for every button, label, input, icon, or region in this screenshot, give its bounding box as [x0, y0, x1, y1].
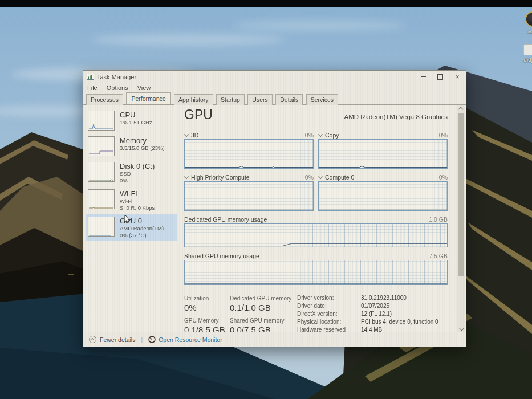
tab-processes[interactable]: Processes — [86, 94, 123, 105]
chart-compute-0: Compute 0 0% — [318, 169, 448, 211]
chart-usage-value: 0% — [439, 132, 448, 139]
performance-content: CPU 1% 1.51 GHz Memory 3.5/15.0 GB (23%) — [83, 105, 466, 332]
chart-memory-scale: 1.0 GB — [429, 216, 448, 223]
task-manager-app-icon — [87, 74, 94, 80]
menu-file[interactable]: File — [87, 84, 98, 91]
chart-plot — [184, 181, 314, 211]
maximize-button[interactable] — [432, 71, 449, 83]
chevron-down-icon[interactable] — [318, 174, 323, 178]
chart-usage-value: 0% — [305, 174, 314, 181]
fewer-details-button[interactable]: Fewer details — [100, 336, 135, 343]
minimize-icon — [421, 76, 426, 77]
stat-value: 0.1/1.0 GB — [230, 302, 297, 313]
kv-label: Driver version: — [297, 295, 361, 301]
sidebar-item-sub2: 0% (37 °C) — [120, 232, 170, 239]
chart-plot — [318, 181, 448, 211]
chevron-down-icon[interactable] — [184, 132, 189, 136]
kv-label: Driver date: — [297, 303, 361, 309]
window-title: Task Manager — [97, 74, 136, 80]
sidebar-item-sub2: 0% — [120, 177, 155, 184]
maximize-icon — [437, 74, 443, 80]
chevron-down-icon[interactable] — [184, 174, 189, 178]
stat-value: 0.0/7.5 GB — [230, 324, 297, 332]
stat-label: Shared GPU memory — [230, 317, 297, 324]
chart-engine-label[interactable]: Copy — [325, 132, 339, 139]
gpu-stats: Utilization 0% GPU Memory 0.1/8.5 GB Ded… — [184, 294, 448, 332]
tab-services[interactable]: Services — [306, 94, 338, 105]
kv-label: DirectX version: — [297, 311, 361, 317]
stat-label: Dedicated GPU memory — [230, 295, 297, 302]
sidebar-item-title: CPU — [120, 111, 152, 119]
chart-high-priority-compute: High Priority Compute 0% — [184, 169, 314, 211]
sidebar-item-sub2: S: 0 R: 0 Kbps — [120, 205, 155, 211]
cpu-sparkline — [88, 111, 115, 131]
footer-divider: | — [141, 336, 143, 343]
file-icon — [523, 44, 532, 55]
stat-kv-row: Physical location: PCI bus 4, device 0, … — [297, 319, 448, 325]
stat-value: 0% — [184, 302, 230, 313]
gpu-pane-title: GPU — [184, 107, 213, 122]
sidebar-item-title: Memory — [120, 136, 165, 145]
stat-kv-row: DirectX version: 12 (FL 12.1) — [297, 311, 448, 317]
sidebar-item-memory[interactable]: Memory 3.5/15.0 GB (23%) — [86, 133, 177, 159]
tab-app-history[interactable]: App history — [174, 94, 213, 105]
chevron-up-icon — [458, 107, 463, 111]
memory-sparkline — [88, 136, 115, 156]
scroll-up-button[interactable] — [457, 105, 465, 112]
sidebar-item-wifi[interactable]: Wi-Fi Wi-Fi S: 0 R: 0 Kbps — [86, 186, 177, 214]
resource-monitor-icon — [148, 336, 156, 343]
open-resource-monitor-link[interactable]: Open Resource Monitor — [159, 336, 222, 343]
desktop-icon-label: did_ro — [513, 57, 532, 63]
sidebar-item-sub: SSD — [120, 170, 155, 177]
close-button[interactable]: × — [449, 71, 466, 83]
tab-startup[interactable]: Startup — [216, 94, 245, 105]
kv-value: PCI bus 4, device 0, function 0 — [361, 319, 438, 325]
stat-value: 0.1/8.5 GB — [184, 324, 230, 332]
close-icon: × — [455, 74, 459, 80]
app-circle-icon — [525, 11, 532, 27]
tab-performance[interactable]: Performance — [126, 92, 170, 104]
sidebar-item-sub: 1% 1.51 GHz — [120, 119, 152, 126]
wifi-sparkline — [88, 189, 115, 209]
kv-value: 12 (FL 12.1) — [361, 311, 392, 317]
desktop-icon-label: AIM — [514, 28, 532, 34]
desktop-icon-file[interactable]: did_ro — [513, 44, 532, 63]
chart-dedicated-memory: Dedicated GPU memory usage 1.0 GB — [184, 215, 448, 247]
tab-details[interactable]: Details — [275, 94, 303, 105]
chart-engine-label[interactable]: High Priority Compute — [191, 174, 250, 181]
minimize-button[interactable] — [415, 71, 432, 83]
chart-engine-label[interactable]: Compute 0 — [325, 174, 354, 181]
gpu-adapter-name: AMD Radeon(TM) Vega 8 Graphics — [344, 113, 448, 122]
sidebar-item-sub: Wi-Fi — [120, 198, 155, 205]
stat-label: Utilization — [184, 295, 230, 302]
menu-options[interactable]: Options — [107, 84, 128, 91]
chart-memory-label: Dedicated GPU memory usage — [184, 216, 267, 223]
vertical-scrollbar[interactable] — [457, 105, 465, 332]
monitor-bezel — [0, 0, 532, 7]
tab-users[interactable]: Users — [247, 94, 272, 105]
sidebar-item-disk[interactable]: Disk 0 (C:) SSD 0% — [86, 159, 177, 186]
stat-kv-row: Driver date: 01/07/2025 — [297, 303, 448, 309]
chart-plot — [318, 139, 448, 169]
titlebar[interactable]: Task Manager × — [83, 71, 466, 83]
desktop-icon-aim[interactable]: AIM — [514, 11, 532, 34]
task-manager-window: Task Manager × File Options View Process… — [83, 70, 466, 347]
scrollbar-thumb[interactable] — [458, 113, 464, 276]
sidebar-item-sub: AMD Radeon(TM) ... — [120, 225, 170, 232]
sidebar-item-cpu[interactable]: CPU 1% 1.51 GHz — [86, 108, 177, 133]
chart-3d: 3D 0% — [184, 127, 314, 169]
status-footer: Fewer details | Open Resource Monitor — [83, 332, 466, 347]
chart-copy: Copy 0% — [318, 127, 448, 169]
menu-view[interactable]: View — [137, 84, 151, 91]
chart-memory-scale: 7.5 GB — [429, 253, 448, 259]
sidebar-item-title: Disk 0 (C:) — [120, 162, 155, 170]
stat-label: GPU Memory — [184, 317, 230, 324]
sidebar-item-title: Wi-Fi — [120, 189, 155, 198]
chart-plot — [184, 139, 314, 169]
sidebar-item-sub: 3.5/15.0 GB (23%) — [120, 145, 165, 152]
chevron-down-icon[interactable] — [318, 132, 323, 136]
chart-engine-label[interactable]: 3D — [191, 132, 198, 139]
stat-kv-row: Driver version: 31.0.21923.11000 — [297, 295, 448, 301]
chart-memory-label: Shared GPU memory usage — [184, 253, 259, 259]
kv-value: 31.0.21923.11000 — [361, 295, 407, 301]
